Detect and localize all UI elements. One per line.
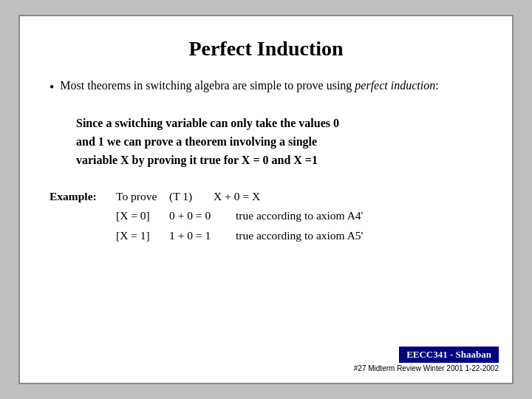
- example-label: Example:: [50, 188, 116, 206]
- indented-line3: variable X by proving it true for X = 0 …: [76, 151, 482, 170]
- example-section: Example: To prove (T 1) X + 0 = X [X = 0…: [50, 188, 482, 247]
- bullet-text-italic: perfect induction: [355, 79, 435, 92]
- footer-sub: #27 Midterm Review Winter 2001 1-22-2002: [354, 364, 499, 372]
- bullet-dot: •: [50, 78, 54, 97]
- bullet-section: • Most theorems in switching algebra are…: [50, 77, 482, 97]
- example-calc3: 1 + 0 = 1: [169, 227, 236, 245]
- footer-badge: EECC341 - Shaaban: [399, 347, 499, 363]
- example-result2: true according to axiom A4': [236, 207, 363, 225]
- example-bracket2: [X = 0]: [116, 207, 169, 225]
- bullet-item: • Most theorems in switching algebra are…: [50, 77, 482, 97]
- slide: Perfect Induction • Most theorems in swi…: [18, 15, 514, 384]
- example-row1: Example: To prove (T 1) X + 0 = X: [50, 188, 482, 206]
- example-bracket3: [X = 1]: [116, 227, 169, 245]
- example-row3: [X = 1] 1 + 0 = 1 true according to axio…: [50, 227, 482, 245]
- indented-block: Since a switching variable can only take…: [76, 115, 482, 169]
- slide-title: Perfect Induction: [50, 37, 482, 61]
- bullet-text: Most theorems in switching algebra are s…: [60, 77, 438, 94]
- bullet-text-part1: Most theorems in switching algebra are s…: [60, 79, 355, 92]
- example-toprove: To prove: [116, 188, 169, 206]
- example-result3: true according to axiom A5': [236, 227, 363, 245]
- indented-line1: Since a switching variable can only take…: [76, 115, 482, 133]
- indented-line2: and 1 we can prove a theorem involving a…: [76, 133, 482, 151]
- footer: EECC341 - Shaaban #27 Midterm Review Win…: [354, 347, 499, 372]
- bullet-text-part2: :: [435, 79, 438, 92]
- example-t1: (T 1): [169, 188, 214, 206]
- example-row2: [X = 0] 0 + 0 = 0 true according to axio…: [50, 207, 482, 225]
- example-eq1: X + 0 = X: [214, 188, 260, 206]
- example-calc2: 0 + 0 = 0: [169, 207, 236, 225]
